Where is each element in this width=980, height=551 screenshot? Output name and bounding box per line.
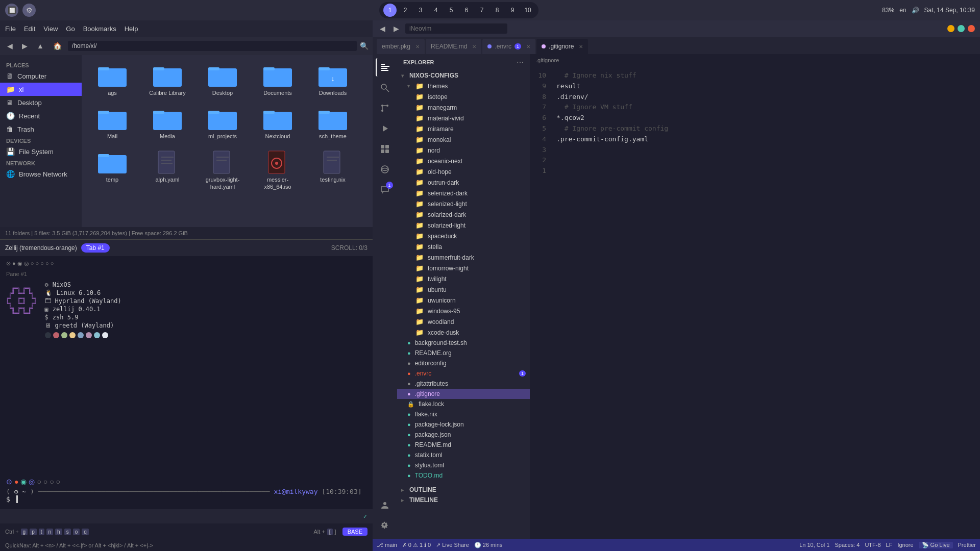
statusbar-time-ago[interactable]: 🕐 26 mins [474, 542, 503, 548]
tree-ubuntu[interactable]: 📁 ubuntu [397, 284, 530, 295]
tree-readme-md[interactable]: ● README.md [397, 440, 530, 450]
tree-editorconfig[interactable]: ● editorconfig [397, 358, 530, 368]
tree-summerfruit-dark[interactable]: 📁 summerfruit-dark [397, 252, 530, 263]
tree-readme-org[interactable]: ● README.org [397, 348, 530, 358]
terminal-prompt-line[interactable]: ( ⚙ ~ ) ────────────────────────────────… [6, 488, 366, 495]
key-q[interactable]: q [82, 529, 89, 535]
tree-package-json[interactable]: ● package.json [397, 430, 530, 440]
fm-sidebar-computer[interactable]: 🖥 Computer [0, 69, 82, 83]
workspace-tab-2[interactable]: 2 [399, 4, 412, 17]
fm-sidebar-browse-network[interactable]: 🌐 Browse Network [0, 167, 82, 181]
folder-temp[interactable]: temp [87, 147, 138, 193]
tree-tomorrow-night[interactable]: 📁 tomorrow-night [397, 263, 530, 273]
key-t[interactable]: t [39, 529, 44, 535]
fm-path-input[interactable] [68, 41, 357, 51]
app-icon-1[interactable]: 🔲 [5, 4, 18, 17]
tree-miramare[interactable]: 📁 miramare [397, 123, 530, 134]
key-n[interactable]: n [46, 529, 54, 535]
tree-woodland[interactable]: 📁 woodland [397, 316, 530, 327]
folder-documents[interactable]: Documents [252, 60, 303, 99]
editor-scrollbar[interactable] [975, 66, 980, 539]
tree-oceanic-next[interactable]: 📁 oceanic-next [397, 156, 530, 166]
folder-media[interactable]: Media [142, 104, 193, 143]
tree-timeline-section[interactable]: ▸ TIMELINE [397, 495, 530, 505]
tab-readme-close[interactable]: ✕ [472, 44, 476, 49]
folder-nextcloud[interactable]: Nextcloud [252, 104, 303, 143]
file-testing-nix[interactable]: testing.nix [307, 147, 358, 193]
file-messier-iso[interactable]: messier-x86_64.iso [252, 147, 303, 193]
tree-solarized-dark[interactable]: 📁 solarized-dark [397, 209, 530, 220]
fm-sidebar-xi[interactable]: 📁 xi [0, 83, 82, 96]
tab-gitignore-close[interactable]: ✕ [579, 44, 583, 49]
vscode-tab-envrc[interactable]: .envrc 1 ✕ [482, 39, 535, 54]
statusbar-position[interactable]: Ln 10, Col 1 [799, 542, 829, 548]
workspace-tab-10[interactable]: 10 [521, 4, 534, 17]
fm-search-button[interactable]: 🔍 [360, 42, 369, 50]
tree-spaceduck[interactable]: 📁 spaceduck [397, 231, 530, 241]
statusbar-line-ending[interactable]: LF [886, 542, 893, 548]
fm-sidebar-desktop[interactable]: 🖥 Desktop [0, 96, 82, 109]
statusbar-prettier[interactable]: Prettier [958, 542, 976, 548]
workspace-tab-8[interactable]: 8 [491, 4, 504, 17]
code-editor-area[interactable]: # Ignore nix stuff result .direnv/ # Ign… [550, 66, 975, 539]
tree-package-lock[interactable]: ● package-lock.json [397, 419, 530, 430]
activity-run-debug[interactable] [376, 119, 394, 138]
vscode-close-button[interactable] [968, 25, 975, 32]
fm-back-button[interactable]: ◀ [4, 40, 16, 52]
topbar-volume-icon[interactable]: 🔊 [912, 7, 919, 14]
folder-downloads[interactable]: ↓ Downloads [307, 60, 358, 99]
tree-gitattributes[interactable]: ● .gitattributes [397, 379, 530, 389]
fm-menu-edit[interactable]: Edit [24, 25, 35, 33]
statusbar-go-live[interactable]: 📡 Go Live [919, 542, 953, 548]
key-p[interactable]: p [30, 529, 37, 535]
fm-home-button[interactable]: 🏠 [50, 40, 65, 52]
statusbar-encoding[interactable]: UTF-8 [865, 542, 880, 548]
workspace-tab-6[interactable]: 6 [460, 4, 473, 17]
tree-themes-folder[interactable]: ▾ 📁 themes [397, 81, 530, 91]
vscode-tab-ember[interactable]: ember.pkg ✕ [377, 39, 425, 54]
tree-uwunicorn[interactable]: 📁 uwunicorn [397, 295, 530, 306]
tree-outrun-dark[interactable]: 📁 outrun-dark [397, 177, 530, 188]
tree-solarized-light[interactable]: 📁 solarized-light [397, 220, 530, 231]
tab-envrc-close[interactable]: ✕ [526, 44, 530, 49]
vscode-forward-button[interactable]: ▶ [391, 23, 401, 34]
folder-calibre[interactable]: Calibre Library [142, 60, 193, 99]
fm-sidebar-trash[interactable]: 🗑 Trash [0, 122, 82, 136]
vscode-search-input[interactable] [405, 23, 507, 34]
file-alph-yaml[interactable]: alph.yaml [142, 147, 193, 193]
fm-menu-help[interactable]: Help [125, 25, 138, 33]
tree-windows-95[interactable]: 📁 windows-95 [397, 306, 530, 316]
workspace-tab-7[interactable]: 7 [475, 4, 488, 17]
key-o[interactable]: o [73, 529, 80, 535]
fm-menu-view[interactable]: View [43, 25, 58, 33]
workspace-tab-3[interactable]: 3 [414, 4, 427, 17]
fm-sidebar-filesystem[interactable]: 💾 File System [0, 145, 82, 158]
key-h[interactable]: h [55, 529, 62, 535]
folder-desktop[interactable]: Desktop [197, 60, 248, 99]
fm-menu-bookmarks[interactable]: Bookmarks [83, 25, 116, 33]
tree-flake-lock[interactable]: 🔒 flake.lock [397, 399, 530, 409]
terminal-input-line[interactable]: $ ▌ [6, 495, 366, 503]
activity-remote[interactable] [376, 160, 394, 179]
tree-twilight[interactable]: 📁 twilight [397, 273, 530, 284]
tree-stella[interactable]: 📁 stella [397, 241, 530, 252]
terminal-tab-1[interactable]: Tab #1 [81, 243, 110, 253]
tree-todo-md[interactable]: ● TODO.md [397, 470, 530, 481]
key-s[interactable]: s [64, 529, 71, 535]
fm-forward-button[interactable]: ▶ [19, 40, 31, 52]
tree-gitignore[interactable]: ● .gitignore [397, 389, 530, 399]
statusbar-spaces[interactable]: Spaces: 4 [835, 542, 860, 548]
activity-settings[interactable] [376, 516, 394, 535]
workspace-tab-5[interactable]: 5 [445, 4, 458, 17]
fm-menu-file[interactable]: File [5, 25, 16, 33]
tree-background-test[interactable]: ● background-test.sh [397, 338, 530, 348]
key-g[interactable]: g [21, 529, 28, 535]
tree-monokai[interactable]: 📁 monokai [397, 134, 530, 145]
tree-selenized-dark[interactable]: 📁 selenized-dark [397, 188, 530, 198]
activity-search[interactable] [376, 79, 394, 97]
tab-ember-close[interactable]: ✕ [415, 44, 420, 49]
tree-repo-root[interactable]: ▾ NIXOS-CONFIGS [397, 70, 530, 81]
explorer-menu-button[interactable]: ⋯ [517, 58, 524, 66]
tree-isotope[interactable]: 📁 isotope [397, 91, 530, 102]
workspace-tab-9[interactable]: 9 [506, 4, 519, 17]
